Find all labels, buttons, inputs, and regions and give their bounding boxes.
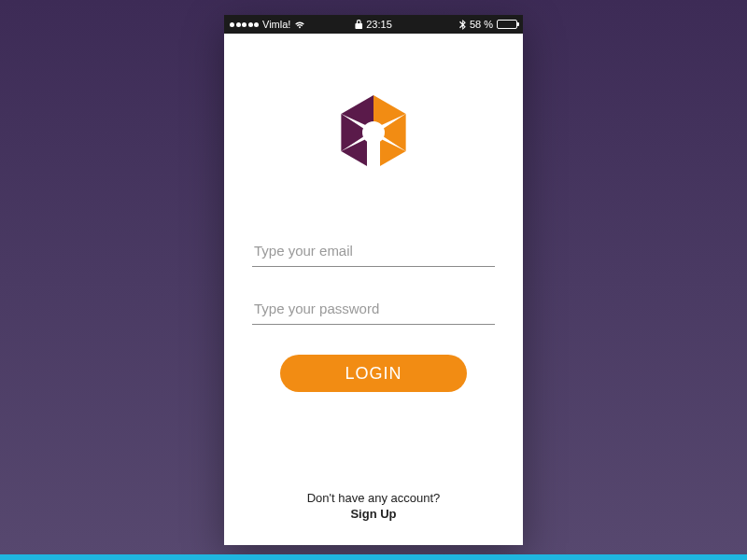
status-left: Vimla! <box>230 19 305 30</box>
page-bottom-accent <box>0 554 747 560</box>
carrier-label: Vimla! <box>262 19 290 30</box>
email-input[interactable] <box>252 235 495 267</box>
password-input[interactable] <box>252 293 495 325</box>
login-content: LOGIN Don't have any account? Sign Up <box>224 34 523 545</box>
clock-label: 23:15 <box>366 19 392 30</box>
battery-icon <box>497 20 517 29</box>
signup-footer: Don't have any account? Sign Up <box>307 491 441 545</box>
phone-frame: Vimla! 23:15 58 % <box>224 15 523 545</box>
status-center: 23:15 <box>355 19 392 30</box>
app-logo <box>322 88 425 181</box>
login-button[interactable]: LOGIN <box>280 355 467 392</box>
status-right: 58 % <box>459 19 517 30</box>
bluetooth-icon <box>459 20 466 30</box>
svg-rect-7 <box>367 138 380 170</box>
signal-dots-icon <box>230 22 259 27</box>
status-bar: Vimla! 23:15 58 % <box>224 15 523 34</box>
lock-icon <box>355 20 362 29</box>
signup-prompt: Don't have any account? <box>307 491 441 505</box>
battery-percent-label: 58 % <box>470 19 493 30</box>
wifi-icon <box>294 21 305 29</box>
signup-link[interactable]: Sign Up <box>307 507 441 521</box>
